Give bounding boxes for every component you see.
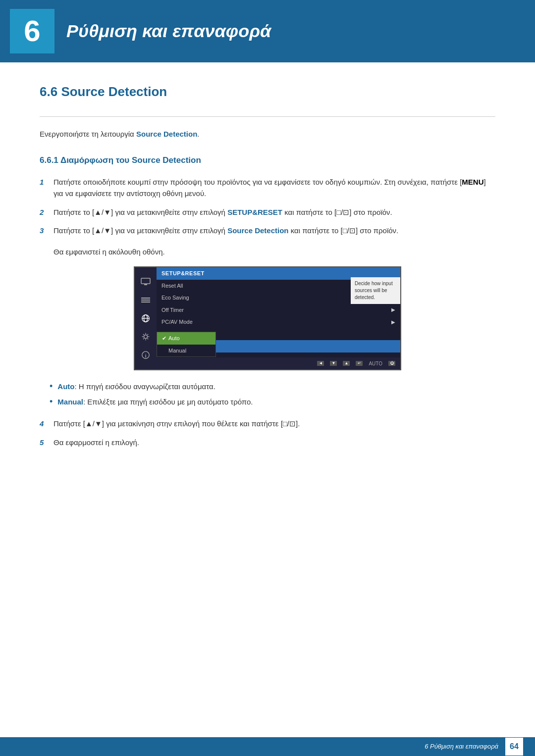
osd-icon-display [139,276,152,287]
svg-rect-4 [141,302,150,302]
bullet-manual: • Manual: Επιλέξτε μια πηγή εισόδου με μ… [50,397,495,408]
subsection-title: 6.6.1 Διαμόρφωση του Source Detection [40,154,495,167]
bullet-manual-text: Manual: Επιλέξτε μια πηγή εισόδου με μη … [57,397,253,408]
osd-btn-up: ▲ [343,361,350,366]
steps-list: 1 Πατήστε οποιοδήποτε κουμπί στην πρόσοψ… [40,176,495,237]
osd-icon-gear [139,331,152,342]
svg-rect-1 [144,284,147,285]
osd-submenu-manual: ✔ Manual [157,345,215,357]
section-divider [40,116,495,117]
osd-icon-globe [139,313,152,324]
osd-submenu-auto-label: Auto [168,334,180,343]
screen-note: Θα εμφανιστεί η ακόλουθη οθόνη. [54,247,495,258]
osd-submenu: ✔ Auto ✔ Manual [157,332,216,357]
section-title: 6.6 Source Detection [40,82,495,104]
osd-btn-auto: AUTO [369,360,382,367]
intro-paragraph: Ενεργοποιήστε τη λειτουργία Source Detec… [40,129,495,140]
page-header: 6 Ρύθμιση και επαναφορά [0,0,535,62]
bullet-dot-2: • [50,396,53,408]
step-4-text: Πατήστε [▲/▼] για μετακίνηση στην επιλογ… [54,418,495,429]
step-1-text: Πατήστε οποιοδήποτε κουμπί στην πρόσοψη … [54,176,495,200]
osd-item-off-timer: Off Timer ▶ [157,304,400,316]
intro-text-end: . [197,130,199,138]
step-1-number: 1 [40,177,54,188]
step-2-text: Πατήστε το [▲/▼] για να μετακινηθείτε στ… [54,206,495,218]
chapter-number-badge: 6 [10,9,54,53]
step-3-text: Πατήστε το [▲/▼] για να μετακινηθείτε στ… [54,225,495,236]
section-name: Source Detection [61,84,167,99]
osd-btn-icon-enter: ↵ [356,361,363,366]
page-footer: 6 Ρύθμιση και επαναφορά 64 [0,737,535,756]
svg-rect-0 [141,278,150,284]
osd-btn-icon-up: ▲ [343,361,350,366]
step-2: 2 Πατήστε το [▲/▼] για να μετακινηθείτε … [40,206,495,218]
svg-rect-2 [141,298,150,299]
chapter-title: Ρύθμιση και επαναφορά [66,18,271,45]
svg-point-8 [144,335,147,339]
section-number: 6.6 [40,84,57,99]
footer-page-number: 64 [505,738,523,756]
subsection-number: 6.6.1 [40,155,58,165]
osd-btn-left: ◄ [317,361,324,366]
osd-icon-lines [139,295,152,305]
step-3-number: 3 [40,225,54,237]
svg-rect-3 [141,300,150,301]
step-2-bold: SETUP&RESET [227,208,282,216]
osd-item-label: PC/AV Mode [161,318,391,326]
subsection-name: Διαμόρφωση του Source Detection [60,155,201,165]
svg-text:i: i [145,353,147,358]
step-2-number: 2 [40,207,54,218]
step-1-bold: MENU [462,178,483,186]
osd-check-icon: ✔ [162,334,166,343]
bullet-list: • Auto: Η πηγή εισόδου αναγνωρίζεται αυτ… [50,381,495,408]
step-5-number: 5 [40,437,54,449]
osd-btn-icon-down: ▼ [330,361,337,366]
bullet-manual-bold: Manual [57,398,83,406]
osd-icon-info: i [139,350,152,360]
osd-check-placeholder: ✔ [162,347,166,355]
osd-btn-icon-power: ⏻ [388,361,395,366]
step-1: 1 Πατήστε οποιοδήποτε κουμπί στην πρόσοψ… [40,176,495,200]
osd-tooltip: Decide how input sources will be detecte… [351,277,400,304]
step-5: 5 Θα εφαρμοστεί η επιλογή. [40,437,495,449]
osd-icon-bar: i [135,267,157,369]
osd-item-pcav-mode: PC/AV Mode ▶ [157,316,400,328]
step-5-text: Θα εφαρμοστεί η επιλογή. [54,437,495,448]
osd-btn-enter: ↵ [356,361,363,366]
osd-screen: i SETUP&RESET Reset All Eco Saving Off O… [134,266,401,370]
osd-item-label: Off Timer [161,306,391,314]
osd-btn-down: ▼ [330,361,337,366]
osd-arrow-icon: ▶ [391,318,395,326]
step-4-number: 4 [40,418,54,430]
osd-btn-power: ⏻ [388,361,395,366]
step-3-bold: Source Detection [227,226,288,235]
intro-bold: Source Detection [136,130,197,138]
page-content: 6.6 Source Detection Ενεργοποιήστε τη λε… [0,62,535,498]
step-4: 4 Πατήστε [▲/▼] για μετακίνηση στην επιλ… [40,418,495,430]
osd-btn-icon-left: ◄ [317,361,324,366]
steps-4-5-list: 4 Πατήστε [▲/▼] για μετακίνηση στην επιλ… [40,418,495,448]
step-3: 3 Πατήστε το [▲/▼] για να μετακινηθείτε … [40,225,495,237]
bullet-dot-1: • [50,380,53,393]
bullet-auto-text: Auto: Η πηγή εισόδου αναγνωρίζεται αυτόμ… [57,381,215,393]
osd-arrow-icon: ▶ [391,306,395,313]
osd-submenu-manual-label: Manual [168,347,186,355]
osd-submenu-auto: ✔ Auto [157,332,215,345]
osd-screenshot: i SETUP&RESET Reset All Eco Saving Off O… [40,266,495,370]
bullet-auto-bold: Auto [57,382,74,391]
osd-bottom-bar: ◄ ▼ ▲ ↵ AUTO ⏻ [157,357,400,369]
bullet-auto: • Auto: Η πηγή εισόδου αναγνωρίζεται αυτ… [50,381,495,393]
intro-text-before: Ενεργοποιήστε τη λειτουργία [40,130,136,138]
footer-chapter-text: 6 Ρύθμιση και επαναφορά [425,742,498,752]
